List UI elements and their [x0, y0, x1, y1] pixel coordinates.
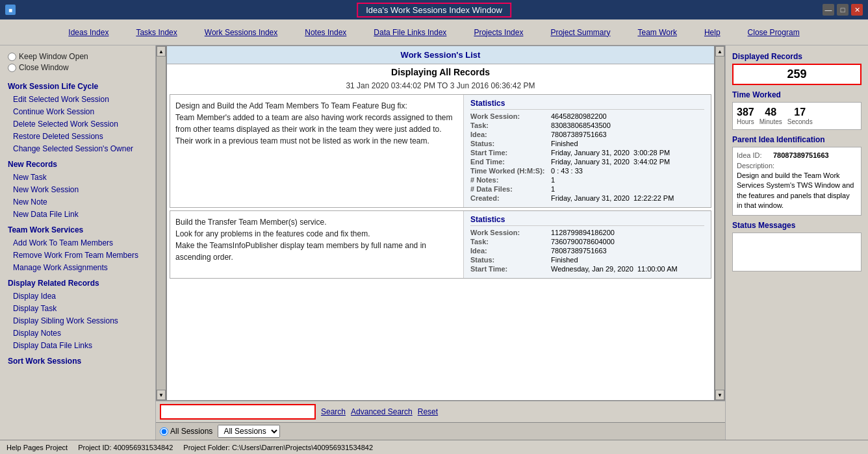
main-content: Keep Window Open Close Window Work Sessi… [0, 45, 868, 440]
idea-desc-label: Description: [737, 162, 857, 170]
stat-time-worked-1: Time Worked (H:M:S): 0 : 43 : 33 [470, 167, 704, 175]
reset-button[interactable]: Reset [418, 407, 438, 416]
close-button[interactable]: ✕ [851, 4, 863, 16]
menu-notes-index[interactable]: Notes Index [301, 25, 350, 40]
sort-work-sessions-label: Sort Work Sessions [8, 357, 147, 366]
menu-tasks-index[interactable]: Tasks Index [132, 25, 181, 40]
minutes-cell: 48 Minutes [760, 107, 782, 125]
new-data-file-link[interactable]: New Data File Link [8, 209, 147, 220]
stat-task-2: Task: 7360790078604000 [470, 238, 704, 246]
menu-ideas-index[interactable]: Ideas Index [64, 25, 112, 40]
stat-idea-1: Idea: 78087389751663 [470, 131, 704, 138]
status-bar: Help Pages Project Project ID: 400956931… [0, 440, 868, 454]
restore-deleted-sessions[interactable]: Restore Deleted Sessions [8, 131, 147, 142]
keep-window-open-option[interactable]: Keep Window Open [8, 52, 147, 61]
scroll-track-left [157, 57, 166, 390]
stat-end-time-1: End Time: Friday, January 31, 2020 3:44:… [470, 158, 704, 166]
team-work-services-label: Team Work Services [8, 225, 147, 234]
app-icon: ■ [5, 5, 16, 15]
new-task[interactable]: New Task [8, 172, 147, 183]
new-work-session[interactable]: New Work Session [8, 184, 147, 195]
change-selected-sessions-owner[interactable]: Change Selected Session's Owner [8, 144, 147, 154]
stat-task-1: Task: 830838068543500 [470, 121, 704, 129]
display-data-file-links[interactable]: Display Data File Links [8, 340, 147, 351]
time-worked-box: 387 Hours 48 Minutes 17 Seconds [732, 102, 862, 130]
menu-data-file-links-index[interactable]: Data File Links Index [370, 25, 450, 40]
add-work-to-team-members[interactable]: Add Work To Team Members [8, 238, 147, 248]
display-idea[interactable]: Display Idea [8, 291, 147, 301]
sessions-list: Work Session's List Displaying All Recor… [166, 45, 715, 401]
sort-row: All Sessions All Sessions [156, 422, 725, 440]
display-notes[interactable]: Display Notes [8, 328, 147, 338]
maximize-button[interactable]: □ [837, 4, 849, 16]
menu-help[interactable]: Help [700, 25, 724, 40]
menu-team-work[interactable]: Team Work [633, 25, 680, 40]
sessions-body: Design and Build the Add Team Members To… [167, 92, 714, 400]
search-bar: Search Advanced Search Reset [156, 401, 725, 422]
displayed-records-section: Displayed Records 259 [732, 52, 862, 85]
close-window-option[interactable]: Close Window [8, 63, 147, 72]
delete-selected-work-session[interactable]: Delete Selected Work Session [8, 119, 147, 129]
right-scrollbar[interactable]: ▲ ▼ [715, 45, 725, 401]
status-project-id: Project ID: 400956931534842 [78, 444, 173, 451]
menu-bar: Ideas Index Tasks Index Work Sessions In… [0, 19, 868, 45]
time-worked-section: Time Worked 387 Hours 48 Minutes 17 Seco… [732, 90, 862, 130]
search-button[interactable]: Search [321, 407, 346, 416]
menu-close-program[interactable]: Close Program [744, 25, 804, 40]
stat-status-2: Status: Finished [470, 256, 704, 264]
session-description-2: Build the Transfer Team Member(s) servic… [170, 211, 464, 278]
stat-status-1: Status: Finished [470, 140, 704, 147]
title-bar: ■ Idea's Work Sessions Index Window — □ … [0, 0, 868, 19]
menu-project-summary[interactable]: Project Summary [546, 25, 614, 40]
scroll-down-arrow[interactable]: ▼ [157, 390, 166, 400]
title-bar-left: ■ [5, 5, 16, 15]
stats-title-1: Statistics [470, 99, 704, 110]
remove-work-from-team-members[interactable]: Remove Work From Team Members [8, 250, 147, 260]
sessions-display-title: Displaying All Records [167, 64, 714, 80]
session-description-1: Design and Build the Add Team Members To… [170, 95, 464, 207]
scroll-down-right[interactable]: ▼ [715, 390, 724, 400]
new-records-section-label: New Records [8, 160, 147, 169]
scroll-up-arrow[interactable]: ▲ [157, 46, 166, 57]
seconds-cell: 17 Seconds [787, 107, 813, 125]
stat-work-session-1: Work Session: 46458280982200 [470, 112, 704, 120]
session-stats-1: Statistics Work Session: 46458280982200 … [464, 95, 711, 207]
continue-work-session[interactable]: Continue Work Session [8, 107, 147, 117]
scroll-track-right [715, 57, 724, 390]
display-task[interactable]: Display Task [8, 303, 147, 314]
advanced-search-button[interactable]: Advanced Search [351, 407, 413, 416]
manage-work-assignments[interactable]: Manage Work Assignments [8, 262, 147, 273]
status-messages-box [732, 233, 862, 271]
status-messages-section: Status Messages [732, 221, 862, 271]
displayed-records-label: Displayed Records [732, 52, 862, 61]
minimize-button[interactable]: — [823, 4, 834, 16]
parent-idea-label: Parent Idea Identification [732, 135, 862, 144]
menu-projects-index[interactable]: Projects Index [470, 25, 527, 40]
time-worked-label: Time Worked [732, 90, 862, 99]
title-bar-center: Idea's Work Sessions Index Window [357, 3, 511, 18]
window-title: Idea's Work Sessions Index Window [357, 3, 511, 18]
session-stats-2: Statistics Work Session: 112879989418620… [464, 211, 711, 278]
stat-start-time-2: Start Time: Wednesday, Jan 29, 2020 11:0… [470, 265, 704, 273]
menu-work-sessions-index[interactable]: Work Sessions Index [201, 25, 282, 40]
edit-selected-work-session[interactable]: Edit Selected Work Session [8, 94, 147, 105]
hours-cell: 387 Hours [737, 107, 754, 125]
center-panel: ▲ ▼ Work Session's List Displaying All R… [156, 45, 725, 440]
stat-idea-2: Idea: 78087389751663 [470, 247, 704, 255]
display-sibling-work-sessions[interactable]: Display Sibling Work Sessions [8, 316, 147, 326]
work-sessions-container: ▲ ▼ Work Session's List Displaying All R… [156, 45, 725, 401]
search-input[interactable] [160, 404, 316, 420]
all-sessions-option[interactable]: All Sessions [160, 427, 212, 436]
table-row: Build the Transfer Team Member(s) servic… [170, 210, 711, 279]
left-scrollbar[interactable]: ▲ ▼ [156, 45, 166, 401]
scroll-up-right[interactable]: ▲ [715, 46, 724, 57]
sessions-list-header: Work Session's List [167, 46, 714, 64]
right-panel: Displayed Records 259 Time Worked 387 Ho… [725, 45, 868, 440]
new-note[interactable]: New Note [8, 197, 147, 207]
sort-dropdown[interactable]: All Sessions [218, 425, 280, 438]
table-row: Design and Build the Add Team Members To… [170, 94, 711, 208]
parent-idea-section: Parent Idea Identification Idea ID: 7808… [732, 135, 862, 216]
displayed-records-count: 259 [732, 64, 862, 85]
stat-work-session-2: Work Session: 1128799894186200 [470, 229, 704, 236]
parent-idea-box: Idea ID: 78087389751663 Description: Des… [732, 147, 862, 216]
